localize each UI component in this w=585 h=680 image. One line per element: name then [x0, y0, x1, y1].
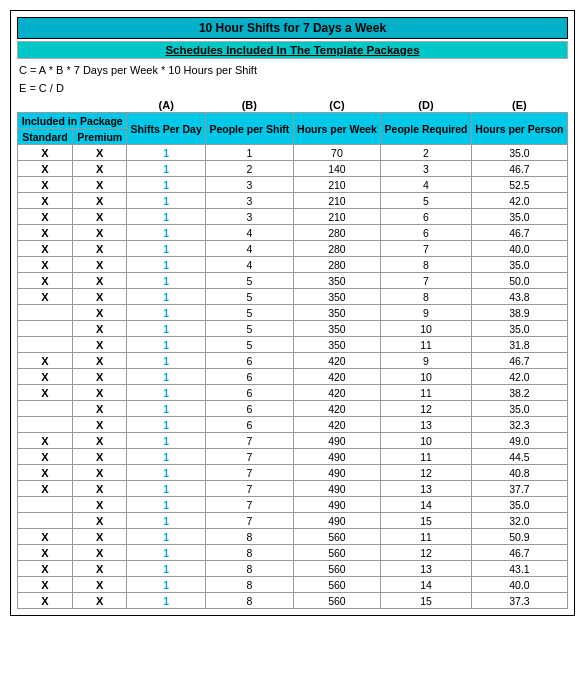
table-row: XX1170235.0 [18, 145, 568, 161]
table-row: XX185601246.7 [18, 545, 568, 561]
table-row: XX14280835.0 [18, 257, 568, 273]
table-row: XX13210542.0 [18, 193, 568, 209]
table-row: XX15350750.0 [18, 273, 568, 289]
main-header-row: Included in Package Shifts Per Day Peopl… [18, 113, 568, 129]
hours-per-week-header: Hours per Week [293, 113, 380, 145]
table-row: XX12140346.7 [18, 161, 568, 177]
table-row: XX174901144.5 [18, 449, 568, 465]
subtitle-text: Schedules Included In The Template Packa… [165, 44, 419, 56]
table-row: XX174901337.7 [18, 481, 568, 497]
table-row: XX14280740.0 [18, 241, 568, 257]
table-row: XX174901240.8 [18, 465, 568, 481]
table-row: XX185601150.9 [18, 529, 568, 545]
table-row: XX15350843.8 [18, 289, 568, 305]
table-row: XX16420946.7 [18, 353, 568, 369]
shifts-per-day-header: Shifts Per Day [127, 113, 206, 145]
hours-per-person-header: Hours per Person [471, 113, 567, 145]
table-row: XX14280646.7 [18, 225, 568, 241]
table-row: X164201235.0 [18, 401, 568, 417]
people-per-shift-header: People per Shift [206, 113, 294, 145]
table-row: XX13210452.5 [18, 177, 568, 193]
table-row: X153501131.8 [18, 337, 568, 353]
formula2: E = C / D [17, 80, 568, 97]
table-body: XX1170235.0XX12140346.7XX13210452.5XX132… [18, 145, 568, 609]
col-label-row: (A) (B) (C) (D) (E) [18, 97, 568, 113]
subtitle-bar: Schedules Included In The Template Packa… [17, 41, 568, 59]
table-row: XX174901049.0 [18, 433, 568, 449]
title-text: 10 Hour Shifts for 7 Days a Week [199, 21, 386, 35]
table-row: XX164201138.2 [18, 385, 568, 401]
table-row: XX185601440.0 [18, 577, 568, 593]
schedule-table: (A) (B) (C) (D) (E) Included in Package … [17, 97, 568, 609]
title-bar: 10 Hour Shifts for 7 Days a Week [17, 17, 568, 39]
table-row: XX164201042.0 [18, 369, 568, 385]
main-container: 10 Hour Shifts for 7 Days a Week Schedul… [10, 10, 575, 616]
table-row: XX13210635.0 [18, 209, 568, 225]
table-row: X174901532.0 [18, 513, 568, 529]
people-required-header: People Required [381, 113, 472, 145]
table-row: X153501035.0 [18, 321, 568, 337]
standard-header: Standard [18, 129, 73, 145]
table-row: X164201332.3 [18, 417, 568, 433]
table-row: XX185601537.3 [18, 593, 568, 609]
table-row: XX185601343.1 [18, 561, 568, 577]
table-row: X174901435.0 [18, 497, 568, 513]
formula1: C = A * B * 7 Days per Week * 10 Hours p… [17, 62, 568, 79]
table-row: X15350938.9 [18, 305, 568, 321]
included-header: Included in Package [18, 113, 127, 129]
premium-header: Premium [73, 129, 127, 145]
